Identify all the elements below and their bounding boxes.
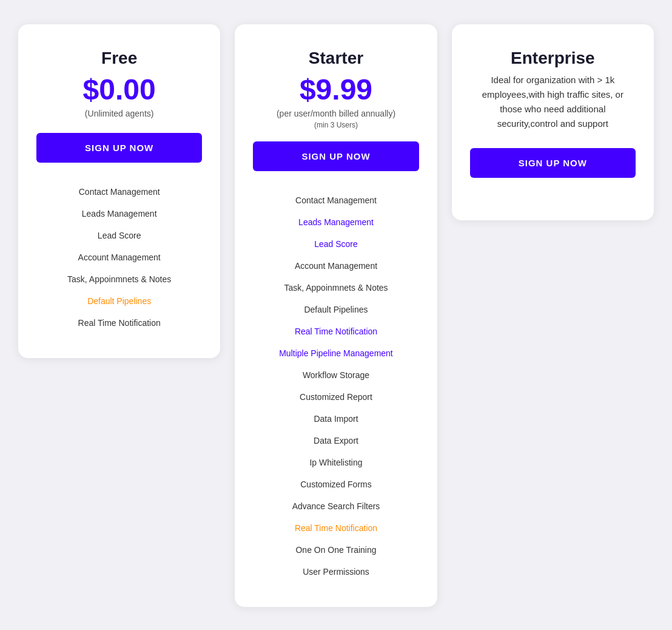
list-item: Advance Search Filters: [253, 495, 418, 517]
list-item: Multiple Pipeline Management: [253, 342, 418, 364]
list-item: Customized Report: [253, 386, 418, 408]
list-item: User Permissions: [253, 561, 418, 583]
enterprise-plan-card: Enterprise Ideal for organization with >…: [452, 24, 654, 220]
free-feature-list: Contact Management Leads Management Lead…: [36, 181, 202, 334]
free-signup-button[interactable]: SIGN UP NOW: [36, 133, 202, 163]
list-item: Data Export: [253, 430, 418, 452]
list-item: Contact Management: [36, 181, 202, 203]
list-item: Real Time Notification: [36, 312, 202, 334]
starter-feature-list: Contact Management Leads Management Lead…: [253, 189, 418, 583]
starter-plan-price: $9.99: [300, 73, 372, 106]
list-item: One On One Training: [253, 539, 418, 561]
list-item: Lead Score: [253, 233, 418, 255]
free-plan-card: Free $0.00 (Unlimited agents) SIGN UP NO…: [18, 24, 220, 358]
enterprise-plan-description: Ideal for organization with > 1k employe…: [470, 73, 636, 131]
list-item: Task, Appoinmnets & Notes: [253, 277, 418, 299]
enterprise-signup-button[interactable]: SIGN UP NOW: [470, 148, 636, 178]
starter-signup-button[interactable]: SIGN UP NOW: [253, 141, 418, 171]
list-item: Contact Management: [253, 189, 418, 211]
list-item: Customized Forms: [253, 473, 418, 495]
starter-plan-subtitle: (per user/month billed annually): [277, 109, 395, 118]
enterprise-plan-title: Enterprise: [511, 49, 595, 68]
list-item: Leads Management: [253, 211, 418, 233]
free-plan-title: Free: [101, 49, 137, 68]
free-plan-subtitle: (Unlimited agents): [85, 109, 154, 118]
list-item: Task, Appoinmnets & Notes: [36, 268, 202, 290]
list-item: Ip Whitelisting: [253, 452, 418, 473]
starter-plan-title: Starter: [309, 49, 363, 68]
list-item: Data Import: [253, 408, 418, 430]
list-item: Default Pipelines: [253, 299, 418, 320]
starter-plan-min-users: (min 3 Users): [314, 121, 358, 129]
list-item: Default Pipelines: [36, 290, 202, 312]
list-item: Account Management: [36, 246, 202, 268]
list-item: Real Time Notification: [253, 320, 418, 342]
list-item: Lead Score: [36, 225, 202, 246]
list-item: Workflow Storage: [253, 364, 418, 386]
pricing-container: Free $0.00 (Unlimited agents) SIGN UP NO…: [12, 12, 660, 619]
free-plan-price: $0.00: [83, 73, 156, 106]
list-item: Account Management: [253, 255, 418, 277]
list-item: Leads Management: [36, 203, 202, 225]
list-item: Real Time Notification: [253, 517, 418, 539]
starter-plan-card: Starter $9.99 (per user/month billed ann…: [235, 24, 437, 607]
